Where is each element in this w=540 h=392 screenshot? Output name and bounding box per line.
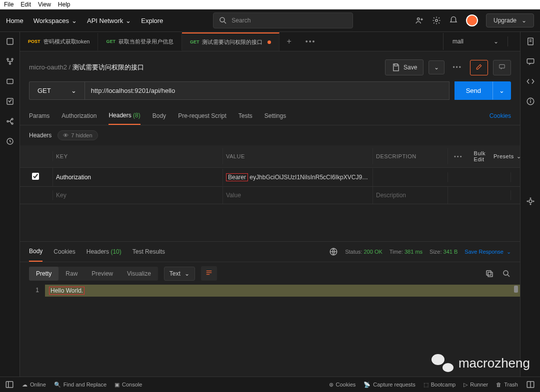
- environment-preview-icon[interactable]: [508, 36, 520, 46]
- mock-icon[interactable]: [6, 97, 14, 106]
- edit-button[interactable]: [470, 60, 488, 75]
- subtab-prerequest[interactable]: Pre-request Script: [178, 107, 226, 124]
- history-icon[interactable]: [6, 137, 14, 146]
- presets-button[interactable]: Presets⌄: [494, 153, 520, 160]
- nav-workspaces[interactable]: Workspaces⌄: [34, 17, 77, 24]
- view-visualize[interactable]: Visualize: [120, 267, 158, 281]
- top-nav: Home Workspaces⌄ API Network⌄ Explore Se…: [0, 9, 540, 32]
- view-preview[interactable]: Preview: [84, 267, 120, 281]
- save-button[interactable]: Save: [385, 59, 424, 75]
- collections-icon[interactable]: [6, 37, 14, 46]
- code-icon[interactable]: [526, 77, 535, 86]
- two-pane-icon[interactable]: [526, 380, 535, 389]
- user-avatar[interactable]: [466, 14, 478, 26]
- scrollbar-thumb[interactable]: [514, 286, 518, 293]
- console-button[interactable]: ▣Console: [114, 382, 142, 388]
- globe-icon[interactable]: [329, 247, 338, 256]
- svg-rect-6: [7, 38, 13, 44]
- table-more-button[interactable]: •••: [451, 150, 466, 162]
- menu-help[interactable]: Help: [58, 1, 70, 8]
- resp-tab-headers[interactable]: Headers (10): [86, 242, 122, 261]
- nav-home[interactable]: Home: [6, 17, 24, 24]
- resp-tab-body[interactable]: Body: [29, 242, 42, 262]
- cookies-link[interactable]: Cookies: [490, 107, 511, 124]
- runner-icon: ▷: [464, 382, 468, 388]
- apis-icon[interactable]: [6, 57, 14, 66]
- footer-capture[interactable]: 📡Capture requests: [364, 380, 415, 389]
- save-options-button[interactable]: ⌄: [428, 60, 444, 74]
- menu-file[interactable]: File: [4, 1, 14, 8]
- send-options-button[interactable]: ⌄: [492, 81, 511, 100]
- notifications-icon[interactable]: [449, 16, 458, 25]
- footer-bootcamp[interactable]: ⬚Bootcamp: [424, 380, 456, 389]
- copy-icon[interactable]: [485, 269, 494, 278]
- search-icon: [218, 16, 228, 25]
- header-value[interactable]: Bearer eyJhbGciOiJSUzI1NiIsInR5cCI6IkpXV…: [223, 168, 373, 186]
- header-row[interactable]: Authorization Bearer eyJhbGciOiJSUzI1NiI…: [20, 168, 520, 187]
- tab-2[interactable]: GET获取当前登录用户信息: [98, 33, 182, 50]
- invite-icon[interactable]: [415, 16, 424, 25]
- upgrade-button[interactable]: Upgrade⌄: [486, 13, 534, 27]
- header-key[interactable]: Authorization: [53, 169, 223, 186]
- documentation-icon[interactable]: [526, 37, 535, 46]
- view-pretty[interactable]: Pretty: [29, 267, 58, 281]
- header-row-placeholder[interactable]: Key Value Description: [20, 187, 520, 204]
- url-input[interactable]: [84, 81, 450, 100]
- online-status[interactable]: ☁Online: [22, 382, 46, 388]
- environments-icon[interactable]: [6, 77, 14, 86]
- subtab-tests[interactable]: Tests: [238, 107, 252, 124]
- search-input[interactable]: Search: [213, 12, 353, 28]
- tab-overflow-button[interactable]: •••: [298, 32, 323, 50]
- svg-line-26: [508, 275, 510, 277]
- save-icon: [392, 63, 400, 72]
- tab-1[interactable]: POST密码模式获取token: [20, 33, 98, 50]
- search-response-icon[interactable]: [502, 269, 511, 278]
- subtab-body[interactable]: Body: [152, 107, 166, 124]
- response-text[interactable]: Hello World.: [45, 285, 520, 297]
- sidebar-toggle-icon[interactable]: [5, 380, 14, 389]
- subtab-headers[interactable]: Headers (8): [108, 107, 140, 125]
- footer-runner[interactable]: ▷Runner: [464, 380, 488, 389]
- more-actions-button[interactable]: •••: [450, 61, 465, 74]
- view-raw[interactable]: Raw: [58, 267, 84, 281]
- header-description[interactable]: [373, 172, 448, 182]
- chevron-down-icon: ⌄: [72, 17, 77, 24]
- send-button[interactable]: Send: [454, 81, 492, 100]
- subtab-settings[interactable]: Settings: [264, 107, 286, 124]
- tab-3[interactable]: GET测试需要访问权限的接口: [182, 32, 280, 51]
- unsaved-dot-icon: [268, 40, 271, 44]
- console-icon: ▣: [114, 382, 120, 388]
- wrap-lines-button[interactable]: [201, 266, 217, 281]
- flows-icon[interactable]: [6, 117, 14, 126]
- environment-selector[interactable]: mall⌄: [443, 33, 508, 50]
- related-icon[interactable]: [526, 197, 535, 206]
- subtab-authorization[interactable]: Authorization: [62, 107, 96, 124]
- footer-cookies[interactable]: ⊛Cookies: [329, 380, 356, 389]
- http-method-select[interactable]: GET⌄: [29, 81, 84, 100]
- body-format-select[interactable]: Text⌄: [164, 267, 195, 281]
- svg-point-5: [436, 19, 438, 22]
- resp-tab-test-results[interactable]: Test Results: [132, 242, 165, 261]
- svg-point-8: [12, 58, 13, 60]
- hidden-headers-toggle[interactable]: 👁7 hidden: [58, 130, 98, 140]
- menu-edit[interactable]: Edit: [20, 1, 31, 8]
- header-checkbox[interactable]: [32, 173, 39, 180]
- bulk-edit-button[interactable]: Bulk Edit: [474, 150, 486, 162]
- chevron-down-icon: ⌄: [494, 38, 498, 45]
- nav-api-network[interactable]: API Network⌄: [87, 17, 131, 24]
- save-response-button[interactable]: Save Response⌄: [464, 249, 511, 255]
- resp-tab-cookies[interactable]: Cookies: [54, 242, 75, 261]
- info-icon[interactable]: [526, 97, 535, 106]
- find-replace-button[interactable]: 🔍Find and Replace: [54, 382, 106, 388]
- nav-explore[interactable]: Explore: [141, 17, 163, 24]
- status-bar: ☁Online 🔍Find and Replace ▣Console ⊛Cook…: [0, 377, 540, 392]
- add-tab-button[interactable]: +: [280, 32, 298, 51]
- line-number: 1: [20, 285, 45, 297]
- footer-trash[interactable]: 🗑Trash: [496, 380, 518, 389]
- comment-button[interactable]: [493, 60, 511, 75]
- subtab-params[interactable]: Params: [29, 107, 50, 124]
- comments-icon[interactable]: [526, 57, 535, 66]
- menu-view[interactable]: View: [38, 1, 51, 8]
- settings-icon[interactable]: [432, 16, 441, 25]
- chevron-down-icon: ⌄: [522, 17, 526, 24]
